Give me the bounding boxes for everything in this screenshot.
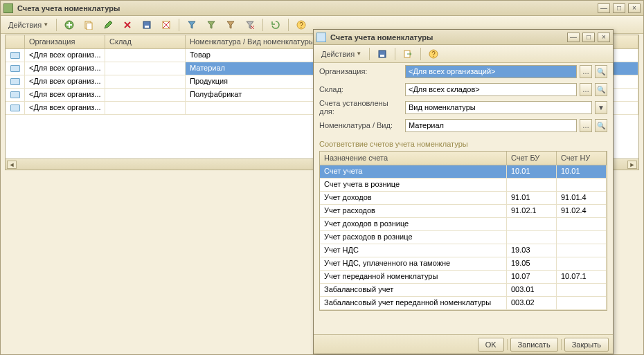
save-button[interactable] [138,18,155,32]
svg-text:?: ? [299,21,303,29]
filter-off-button[interactable] [242,18,258,32]
dlg-maximize-button[interactable]: □ [582,33,595,42]
col-purpose[interactable]: Назначение счета [320,152,507,165]
write-button[interactable]: Записать [510,338,558,352]
dropdown-button[interactable]: ▼ [595,101,607,114]
floppy-icon [377,49,387,59]
table-row[interactable]: Счет учета10.0110.01 [320,165,607,179]
lookup-button[interactable]: 🔍 [595,119,607,132]
close-dlg-button[interactable]: Закрыть [564,338,609,352]
lookup-button[interactable]: 🔍 [595,65,607,78]
dlg-close-button[interactable]: × [598,33,610,42]
table-row[interactable]: Учет расходов91.02.191.02.4 [320,205,607,218]
dlg-go-button[interactable] [400,47,416,61]
separator [369,48,370,60]
scroll-right-icon[interactable]: ► [627,161,637,169]
cell-purpose: Учет расходов [320,205,507,217]
edit-button[interactable] [100,18,116,32]
chevron-down-icon: ▼ [356,51,361,57]
dlg-minimize-button[interactable]: — [567,33,580,42]
help-button[interactable]: ? [293,18,310,32]
warehouse-label: Склад: [319,85,402,93]
filter1-button[interactable] [184,18,200,32]
cell-bu: 19.03 [507,244,557,257]
funnel-x-icon [245,20,255,30]
table-row[interactable]: Учет доходов в рознице [320,218,607,231]
delete-button[interactable] [119,18,136,32]
nomen-input[interactable]: Материал [405,119,577,132]
more-button[interactable]: … [580,83,592,96]
copy-button[interactable] [80,18,97,32]
add-button[interactable] [61,18,78,32]
cell-nu: 91.01.4 [557,192,607,204]
floppy-icon [142,20,152,30]
table-row[interactable]: Счет учета в рознице [320,179,607,192]
doc-icon [316,33,326,42]
minimize-button[interactable]: — [598,3,610,13]
cell-bu [507,218,557,230]
scroll-left-icon[interactable]: ◄ [7,161,17,169]
dlg-help-button[interactable]: ? [425,47,442,61]
cell-bu: 91.01 [507,192,557,204]
cell-purpose: Счет учета [320,165,507,178]
cell-org: <Для всех организ... [25,62,105,75]
ok-button[interactable]: OK [478,338,504,352]
col-nu[interactable]: Счет НУ [557,152,607,165]
pencil-icon [103,20,113,30]
filter3-button[interactable] [222,18,239,32]
dialog-toolbar: Действия ▼ ? [314,45,613,63]
cell-org: <Для всех организ... [25,89,105,101]
dialog-footer: OK Записать Закрыть [314,334,613,354]
org-input[interactable]: <Для всех организаций> [405,65,577,78]
cell-nu [557,231,607,244]
cell-nu: 10.01 [557,165,607,178]
table-row[interactable]: Забалансовый учет003.01 [320,284,607,297]
col-org[interactable]: Организация [25,35,105,48]
cell-bu: 003.02 [507,297,557,309]
filter2-button[interactable] [203,18,220,32]
separator [262,19,263,31]
go-icon [403,49,413,59]
cell-nu [557,257,607,270]
cell-bu: 91.02.1 [507,205,557,217]
main-titlebar: Счета учета номенклатуры — □ × [1,1,643,16]
col-warehouse[interactable]: Склад [105,35,186,48]
table-row[interactable]: Учет расходов в рознице [320,231,607,244]
cell-bu: 10.01 [507,165,557,178]
mark-button[interactable] [158,18,175,32]
cell-purpose: Счет учета в рознице [320,179,507,191]
cell-warehouse [105,49,186,62]
table-row[interactable]: Учет переданной номенклатуры10.0710.07.1 [320,271,607,284]
actions-menu[interactable]: Действия ▼ [5,18,52,32]
maximize-button[interactable]: □ [613,3,625,13]
more-button[interactable]: … [580,119,592,132]
col-icon[interactable] [6,35,25,48]
col-bu[interactable]: Счет БУ [507,152,557,165]
more-button[interactable]: … [580,65,592,78]
table-row[interactable]: Забалансовый учет переданной номенклатур… [320,297,607,310]
setfor-select[interactable]: Вид номенклатуры [405,101,592,114]
table-row[interactable]: Учет НДС19.03 [320,244,607,257]
nomen-label: Номенклатура / Вид: [319,121,402,129]
separator [395,48,395,60]
section-title: Соответствие счетов учета номенклатуры [319,140,607,148]
crossed-box-icon [161,20,171,30]
dlg-actions-menu[interactable]: Действия ▼ [318,47,365,61]
cell-nu [557,218,607,230]
refresh-button[interactable] [267,18,284,32]
lookup-button[interactable]: 🔍 [595,83,607,96]
warehouse-input[interactable]: <Для всех складов> [405,83,577,96]
magnifier-icon: 🔍 [597,122,605,129]
close-button[interactable]: × [628,3,641,13]
dlg-save-button[interactable] [374,47,391,61]
table-row[interactable]: Учет доходов91.0191.01.4 [320,192,607,205]
main-title: Счета учета номенклатуры [17,4,593,12]
cell-bu [507,231,557,244]
separator [288,19,289,31]
cell-org: <Для всех организ... [25,102,105,114]
dialog-window: Счета учета номенклатуры — □ × Действия … [313,29,614,354]
chevron-down-icon: ▼ [43,21,48,28]
table-row[interactable]: Учет НДС, уплаченного на таможне19.05 [320,257,607,271]
org-label: Организация: [319,67,402,75]
cell-nu [557,297,607,309]
